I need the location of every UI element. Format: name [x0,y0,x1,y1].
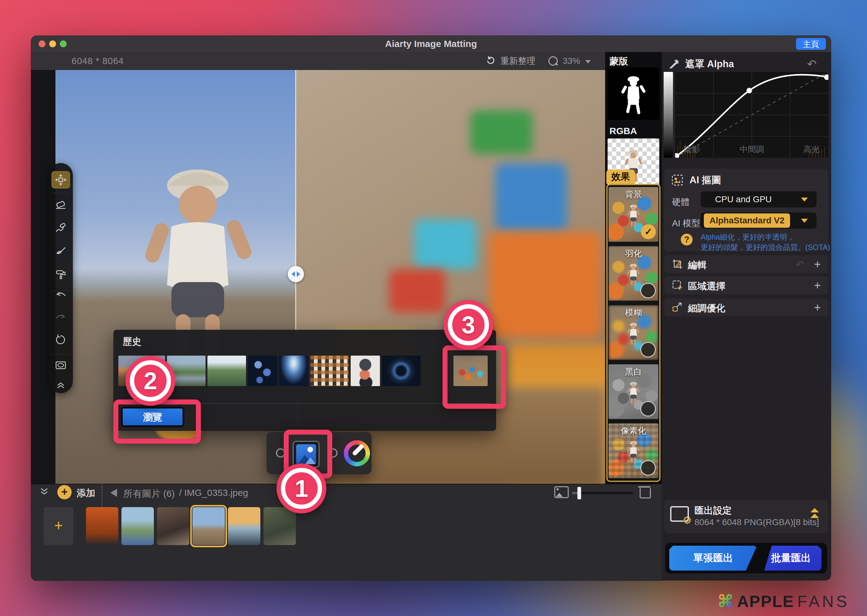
watermark-apple: APPLE [737,592,794,611]
trash-icon[interactable] [639,486,649,498]
app-window: Aiarty Image Matting 主頁 6048 * 8064 重新整理… [31,36,831,580]
edit-icon [672,259,683,270]
redo-button[interactable] [52,309,69,325]
filmstrip-thumbnail[interactable] [228,507,260,545]
ai-matting-icon [672,174,683,186]
add-image-button[interactable]: + [57,485,72,499]
double-chevron-up-icon [55,379,66,390]
double-chevron-up-icon[interactable] [810,508,819,519]
annotation-box-2 [113,399,201,444]
pen-tool-button[interactable] [52,220,69,236]
left-toolbar [49,163,73,393]
marquee-select-tool-button[interactable] [52,357,69,373]
move-tool-button[interactable] [52,172,69,188]
model-hint-line2: 更好的頭髮，更好的混合品質。(SOTA) [701,242,830,252]
undo-button[interactable] [52,287,69,303]
history-thumbnail[interactable] [310,355,349,386]
effects-frame: 背景 ✓ 羽化 模糊 黑白 [606,184,660,482]
export-settings-detail: 8064 * 6048 PNG(RGBA)[8 bits] [694,517,819,527]
reset-button[interactable] [52,332,69,348]
section-undo-icon: ↶ [796,259,804,271]
expand-icon[interactable]: + [814,279,821,292]
refresh-icon[interactable] [486,56,495,66]
history-thumbnail[interactable] [279,355,308,386]
export-settings-icon: ⚙ [670,506,689,522]
annotation-step-3: 3 [443,300,493,350]
redo-icon [55,312,66,323]
chevron-down-icon [801,198,808,201]
filmstrip-thumbnail[interactable] [263,507,296,545]
history-thumbnail[interactable] [207,355,246,386]
midtone-label: 中間調 [739,144,764,155]
watermark-fans: FANS [797,592,850,611]
model-hint-line1: Alpha細化，更好的半透明， [701,232,794,242]
alpha-undo-icon[interactable]: ↶ [807,58,817,71]
filmstrip-add-tile[interactable]: + [44,507,74,545]
annotation-step-1: 1 [277,464,326,513]
effects-tab[interactable]: 效果 [606,170,635,184]
effect-feather[interactable]: 羽化 [608,246,658,301]
brush-icon [55,245,66,256]
mask-thumbnail[interactable] [608,68,659,120]
region-select-section[interactable]: 區域選擇 + [664,276,828,294]
window-title: Aiarty Image Matting [31,36,831,52]
compare-split-handle[interactable] [288,266,304,282]
ai-matting-header: AI 摳圖 [672,174,721,187]
eraser-tool-button[interactable] [52,196,69,213]
pen-icon [55,222,66,233]
highlight-label: 高光 [804,144,820,155]
refresh-label[interactable]: 重新整理 [500,55,535,67]
hardware-select[interactable]: CPU and GPU [701,191,817,207]
effect-select-circle[interactable] [640,342,656,357]
breadcrumb: 所有圖片 (6) / IMG_0353.jpeg [123,487,248,500]
help-icon[interactable]: ? [681,234,693,245]
zoom-tool-icon[interactable] [549,56,558,66]
color-wheel-icon[interactable] [344,440,370,466]
expand-icon[interactable]: + [814,301,821,314]
brush-tool-button[interactable] [52,243,69,259]
effect-select-circle[interactable] [640,401,656,416]
effect-select-circle[interactable] [640,460,656,476]
expand-icon[interactable]: + [814,258,821,271]
back-arrow-icon[interactable] [110,489,117,497]
chevron-down-icon[interactable] [585,60,591,63]
effect-blackwhite[interactable]: 黑白 [608,364,658,419]
refine-section[interactable]: 細調優化 + [664,299,828,316]
edit-section[interactable]: 編輯 ↶ + [664,255,828,273]
thumbnail-size-slider[interactable] [572,492,633,494]
single-export-button[interactable]: 單張匯出 [669,546,757,570]
thumbnail-size-icon [554,486,569,498]
alpha-gradient-strip [664,72,673,158]
paint-roller-tool-button[interactable] [52,266,69,282]
paint-roller-icon [55,268,66,280]
filmstrip-thumbnail[interactable] [157,507,189,545]
history-thumbnail[interactable] [351,355,380,386]
double-chevron-down-icon[interactable] [39,486,50,497]
model-value-pill: AlphaStandard V2 [704,214,790,228]
filmstrip-thumbnail-selected[interactable] [192,507,225,545]
alpha-header: 遮罩 Alpha [669,58,734,71]
collapse-toolbar-button[interactable] [52,376,69,393]
home-button[interactable]: 主頁 [796,38,826,50]
model-label: AI 模型 [672,217,700,229]
eyedropper-icon [352,443,364,456]
hardware-label: 硬體 [672,196,689,208]
slider-thumb[interactable] [577,487,581,499]
filmstrip-thumbnail[interactable] [121,507,154,545]
history-thumbnail[interactable] [382,355,421,386]
effect-pixelate[interactable]: 像素化 [608,423,658,478]
export-settings-title: 匯出設定 [694,504,732,517]
filmstrip-thumbnail[interactable] [86,507,118,545]
zoom-level[interactable]: 33% [563,56,580,66]
add-label[interactable]: 添加 [77,487,95,500]
watermark: ⌘ APPLE FANS [717,591,850,611]
effect-blur[interactable]: 模糊 [608,305,658,360]
effect-select-circle[interactable] [640,283,656,299]
model-select[interactable]: AlphaStandard V2 [701,212,817,229]
history-thumbnail[interactable] [248,355,277,386]
effect-background[interactable]: 背景 ✓ [608,187,658,242]
annotation-step-2: 2 [126,356,175,406]
desktop: Aiarty Image Matting 主頁 6048 * 8064 重新整理… [0,0,867,616]
breadcrumb-folder[interactable]: 所有圖片 (6) [123,487,175,500]
check-icon: ✓ [641,224,656,239]
